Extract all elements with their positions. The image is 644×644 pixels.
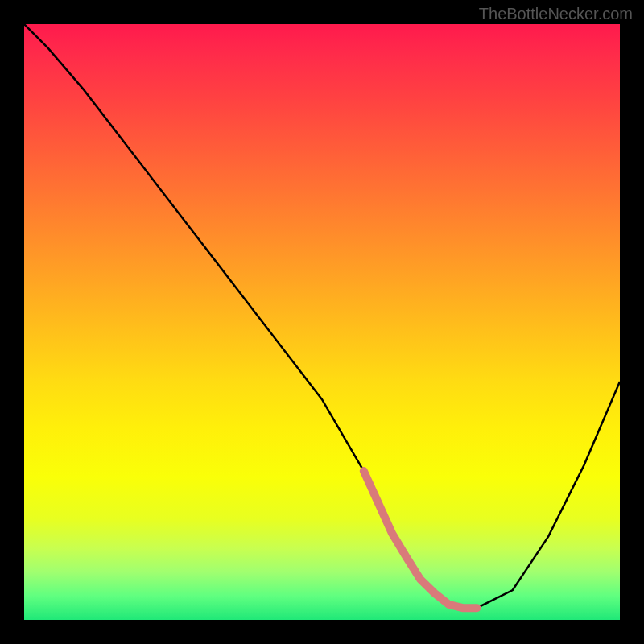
attribution-text: TheBottleNecker.com: [479, 5, 633, 23]
highlight-band: [364, 471, 477, 608]
bottleneck-curve-line: [24, 24, 620, 608]
chart-plot-area: [24, 24, 620, 620]
chart-svg: [24, 24, 620, 620]
